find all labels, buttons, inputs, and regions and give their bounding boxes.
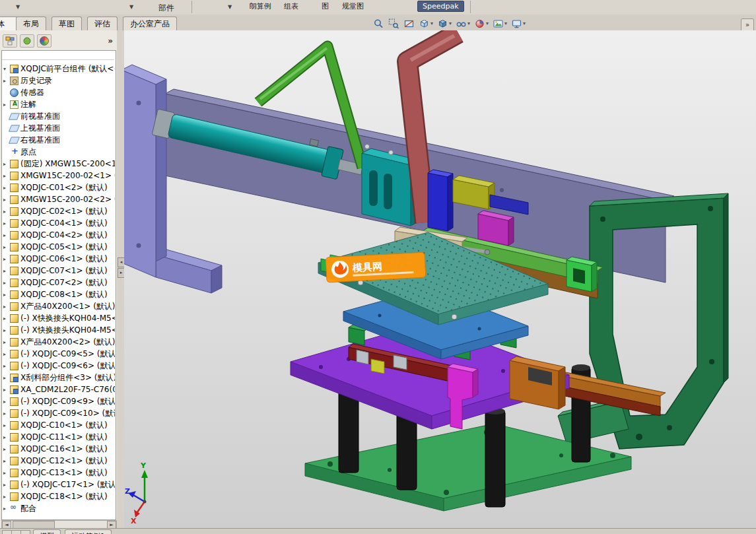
display-style-button[interactable]: ▾ [435,17,454,30]
ribbon-button-components[interactable]: 部件 [158,3,174,14]
tree-item[interactable]: ▸ XQDJC-C16<1> (默认) [2,443,115,455]
tab-layout[interactable]: 布局 [16,17,46,30]
section-view-button[interactable] [401,17,417,30]
tree-item[interactable]: ▸ X产品40X200<1> (默认) [2,300,115,312]
tree-item[interactable]: 上视基准面 [2,122,115,134]
expander-icon[interactable]: ▸ [3,280,10,286]
tree-item[interactable]: ▸ (-) X快换接头KQH04-M5<4> ( [2,312,115,324]
expander-icon[interactable]: ▸ [3,244,10,250]
tab-model[interactable]: 模型 [33,529,61,534]
expander-icon[interactable]: ▸ [3,363,10,369]
part-block-magenta-upper[interactable] [478,211,514,246]
tree-item[interactable]: ▸ XQDJC-C13<1> (默认) [2,467,115,479]
expander-icon[interactable]: ▸ [3,422,10,428]
tree-item[interactable]: ▸ XQDJC-C01<2> (默认) [2,182,115,193]
expander-icon[interactable]: ▸ [3,161,10,167]
tree-item[interactable]: ▸ XQDJC-C18<1> (默认) [2,490,115,502]
tree-item[interactable]: ▸ (-) XQDJC-C09<10> (默认) [2,407,115,419]
tree-item[interactable]: ▸ (-) XQDJC-C09<9> (默认) [2,395,115,407]
expander-icon[interactable]: ▸ [3,375,10,381]
expander-icon[interactable]: ▸ [3,268,10,274]
propertymanager-tab[interactable] [20,34,34,48]
tree-item[interactable]: ▸ X刮料部分组件<3> (默认) [2,372,115,384]
expander-icon[interactable]: ▸ [3,316,10,321]
tree-item[interactable]: ▸ XA_CDM2L20F-75-C76(0)<1> [2,384,115,395]
tree-item[interactable]: ▸ XQDJC-C11<1> (默认) [2,431,115,443]
expander-icon[interactable]: ▸ [3,458,10,464]
tree-item[interactable]: ▸ 注解 [2,98,115,110]
tree-item[interactable]: ▸ X产品40X200<2> (默认) [2,336,115,348]
tree-item[interactable]: ▸ (固定) XMGW15C-200<1> (默 [2,158,115,170]
collapse-taskpane-button[interactable]: » [741,18,754,32]
expander-icon[interactable]: ▸ [3,256,10,262]
zoom-fit-button[interactable] [371,17,386,30]
ribbon-button-view[interactable]: 图 [322,1,329,11]
dropdown-arrow-icon[interactable]: ▼ [129,4,133,10]
part-block-blue-vertical[interactable] [428,170,453,231]
tab-scroll-right-icon[interactable]: ▸ [20,530,30,534]
expander-icon[interactable]: ▸ [3,173,10,179]
panel-splitter[interactable]: ◂ ▸ [117,30,124,528]
tree-item[interactable]: ▸ XQDJC-C04<1> (默认) [2,217,115,229]
tab-sketch[interactable]: 草图 [52,17,82,30]
expander-icon[interactable]: ▸ [3,387,10,393]
tree-item[interactable]: ▸ (-) XQDJC-C17<1> (默认) [2,479,115,490]
expander-icon[interactable]: ▸ [3,470,10,476]
tree-item[interactable]: ▸ XMGW15C-200-02<2> (默认) [2,193,115,205]
edit-appearance-button[interactable]: ▾ [472,17,491,30]
graphics-area[interactable]: 模具网 Y Z X [124,30,756,528]
expander-icon[interactable]: ▾ [3,66,10,72]
speedpak-button[interactable]: Speedpak [417,1,464,12]
apply-scene-button[interactable]: ▾ [491,17,509,30]
ribbon-button-bom-table[interactable]: 组表 [284,1,298,11]
panel-expand-chevron[interactable]: » [108,36,113,46]
tree-item[interactable]: 前视基准面 [2,110,115,122]
expander-icon[interactable]: ▸ [3,506,10,512]
expander-icon[interactable]: ▸ [3,232,10,238]
view-orientation-button[interactable]: ▾ [417,17,435,30]
ribbon-button-exploded-view[interactable]: 规堂图 [342,1,364,11]
configurationmanager-tab[interactable] [37,34,52,48]
tree-item[interactable]: ▸ 历史记录 [2,75,115,86]
expander-icon[interactable]: ▸ [3,327,10,333]
expander-icon[interactable]: ▸ [3,446,10,452]
tab-evaluate[interactable]: 评估 [87,17,118,30]
hide-show-items-button[interactable]: ▾ [454,17,472,30]
tree-item[interactable]: ▸ XMGW15C-200-02<1> (默认) [2,170,115,182]
dropdown-arrow-icon[interactable]: ▼ [228,4,232,10]
tree-item[interactable]: ▸ XQDJC-C04<2> (默认) [2,229,115,241]
expander-icon[interactable]: ▸ [3,399,10,405]
tab-scroll-first-icon[interactable]: ◂◂ [2,530,12,534]
expander-icon[interactable]: ▸ [3,339,10,345]
expander-icon[interactable]: ▸ [3,482,10,488]
expander-icon[interactable]: ▸ [3,292,10,298]
tab-scroll-left-icon[interactable]: ◂ [11,530,21,534]
tree-item[interactable]: 原点 [2,146,115,158]
zoom-area-button[interactable] [386,17,401,30]
expander-icon[interactable]: ▸ [3,304,10,310]
tree-item[interactable]: ▸ XQDJC-C02<1> (默认) [2,205,115,217]
tree-item[interactable]: ▸ 配合 [2,502,115,514]
tree-item[interactable]: ▾ XQDJC前平台组件 (默认<<默认>_ [2,63,115,75]
tree-item[interactable]: ▸ (-) XQDJC-C09<6> (默认) [2,360,115,372]
tree-item[interactable]: ▸ XQDJC-C07<2> (默认) [2,277,115,288]
featuremanager-tab[interactable] [3,34,17,48]
expander-icon[interactable]: ▸ [3,209,10,215]
tree-item[interactable]: ▸ (-) X快换接头KQH04-M5<6> ( [2,324,115,336]
tab-office-products[interactable]: 办公室产品 [123,17,177,30]
tree-item[interactable]: ▸ XQDJC-C05<1> (默认) [2,241,115,253]
expander-icon[interactable]: ▸ [3,102,10,108]
tab-motion-study-1[interactable]: 运动算例1 [65,529,112,534]
expander-icon[interactable]: ▸ [3,78,10,84]
tree-item[interactable]: 传感器 [2,86,115,98]
expander-icon[interactable]: ▸ [3,411,10,417]
expander-icon[interactable]: ▸ [3,351,10,357]
dropdown-arrow-icon[interactable]: ▼ [16,4,20,10]
view-settings-button[interactable]: ▾ [509,17,528,30]
expander-icon[interactable]: ▸ [3,434,10,440]
tree-item[interactable]: 右视基准面 [2,134,115,146]
expander-icon[interactable]: ▸ [3,494,10,500]
expander-icon[interactable]: ▸ [3,220,10,226]
tree-item[interactable]: ▸ XQDJC-C08<1> (默认) [2,288,115,300]
expander-icon[interactable]: ▸ [3,185,10,191]
